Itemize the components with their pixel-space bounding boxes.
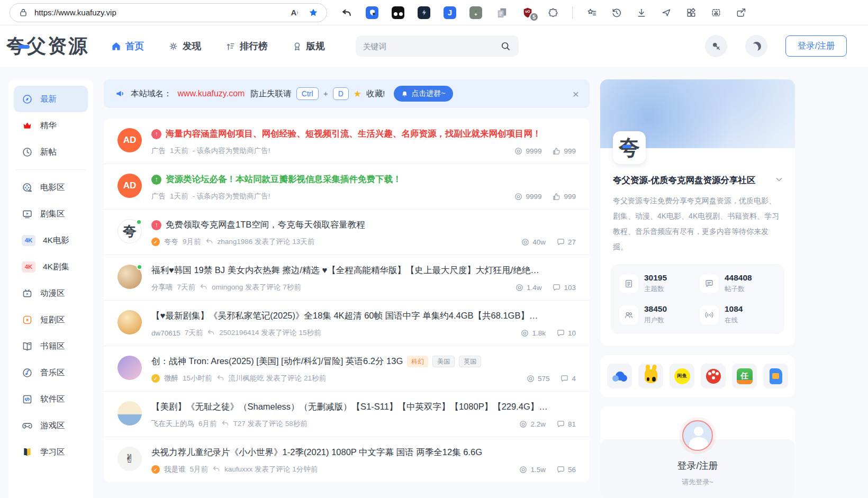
signal-icon	[700, 305, 719, 324]
dark-mode-button[interactable]	[745, 35, 767, 57]
sidebar-item-latest[interactable]: 最新	[14, 86, 88, 112]
last-reply: kaufuxxx 发表了评论 1分钟前	[224, 465, 318, 474]
address-bar[interactable]: https://www.kuafuzy.vip A	[10, 3, 327, 22]
sidebar-item-games[interactable]: 游戏区	[14, 412, 88, 439]
sidebar-item-music[interactable]: 音乐区	[14, 359, 88, 386]
chevron-down-icon[interactable]	[775, 175, 783, 186]
pinned-icon: ↑	[151, 129, 161, 139]
sidebar-item-4k-movies[interactable]: 4K 4K电影	[14, 227, 88, 253]
header-actions: 登录/注册	[705, 35, 863, 57]
share-icon[interactable]	[735, 7, 747, 19]
collections-icon[interactable]	[685, 7, 697, 19]
likes-counter: 999	[552, 192, 576, 201]
post-row[interactable]: 福利♥韩国 19禁 BJ 美女内衣热舞 擦边/精选 ♥【全程高能精华版】【史上最…	[104, 255, 590, 301]
avatar-placeholder[interactable]	[682, 420, 713, 451]
tag-scifi[interactable]: 科幻	[407, 356, 428, 367]
announcement-middle: 防止失联请	[250, 88, 292, 99]
post-row[interactable]: AD ↑ 海量内容涵盖网创项目、网创经验、短视频引流、生活兴趣、名师资源，找副业…	[104, 119, 590, 164]
post-author: dw70615	[151, 329, 180, 337]
views-counter: 1.4w	[515, 283, 542, 292]
post-author: 广告	[151, 192, 166, 201]
url-text[interactable]: https://www.kuafuzy.vip	[34, 8, 285, 17]
search-icon[interactable]	[500, 40, 511, 52]
shield-extension-icon[interactable]	[366, 6, 378, 19]
sidebar-item-study[interactable]: 学习区	[14, 439, 88, 465]
yellow-mascot-icon[interactable]	[638, 364, 663, 388]
left-sidebar: 最新 精华 新帖 电影区 剧集区 4K 4K电影 4K 4K剧集 动漫区	[8, 79, 93, 498]
leaf-extension-icon[interactable]	[469, 6, 482, 19]
post-row[interactable]: 夸 ↑ 免费领取夸克网盘1TB空间，夸克每天领取容量教程 ✓ 夸夸 9月前 zh…	[104, 210, 590, 255]
post-row[interactable]: ✌ 央视力荐儿童纪录片《小小世界》1-2季(2021) 1080P 中文字幕 国…	[104, 437, 590, 482]
sidebar-item-movies[interactable]: 电影区	[14, 174, 88, 201]
search-box[interactable]	[356, 35, 519, 57]
renwu-icon[interactable]: 任	[732, 364, 757, 388]
sidebar-divider	[16, 169, 86, 170]
quark-cloud-icon[interactable]	[607, 364, 632, 388]
post-title[interactable]: 资源类论坛必备！本站同款豆瓣影视信息采集插件免费下载！	[166, 174, 402, 185]
send-icon[interactable]	[661, 7, 672, 19]
lock-icon[interactable]	[17, 7, 29, 19]
post-author: 微醉	[164, 374, 178, 383]
post-title[interactable]: 免费领取夸克网盘1TB空间，夸克每天领取容量教程	[166, 219, 365, 231]
post-row[interactable]: 【♥最新剧集】《吴邪私家笔记(2025)》全18集 4K超清 60帧 国语中字 …	[104, 301, 590, 346]
nav-rules[interactable]: 版规	[292, 40, 325, 52]
key-button[interactable]	[705, 35, 727, 57]
close-icon[interactable]: ×	[573, 88, 579, 99]
tag-usa[interactable]: 美国	[432, 356, 455, 367]
post-title[interactable]: 福利♥韩国 19禁 BJ 美女内衣热舞 擦边/精选 ♥【全程高能精华版】【史上最…	[151, 265, 539, 276]
screenshot-icon[interactable]	[710, 7, 722, 19]
join-group-button[interactable]: 点击进群~	[394, 86, 453, 102]
movie-reel-icon[interactable]	[701, 364, 726, 388]
lightning-extension-icon[interactable]	[418, 6, 430, 19]
favorite-star-icon[interactable]	[308, 7, 319, 19]
home-icon	[111, 41, 121, 51]
collect-text: 收藏!	[366, 88, 385, 99]
login-register-button[interactable]: 登录/注册	[785, 35, 847, 57]
sim-card-icon[interactable]	[763, 364, 788, 388]
post-row[interactable]: 创：战神 Tron: Ares(2025) [美国] [动作/科幻/冒险] 英语…	[104, 346, 590, 392]
site-domain-link[interactable]: www.kuafuzy.com	[178, 89, 245, 98]
post-title[interactable]: 央视力荐儿童纪录片《小小世界》1-2季(2021) 1080P 中文字幕 国语 …	[151, 447, 482, 458]
login-register-link[interactable]: 登录/注册	[600, 459, 795, 472]
site-logo[interactable]: 夸父资源	[4, 33, 89, 59]
search-input[interactable]	[363, 42, 500, 51]
favorites-icon[interactable]	[586, 7, 598, 19]
post-row[interactable]: 【美剧】《无耻之徒》（Shameless）（无删减版）【S1-S11】【中英双字…	[104, 392, 590, 437]
post-row[interactable]: AD ↑ 资源类论坛必备！本站同款豆瓣影视信息采集插件免费下载！ 广告 1天前 …	[104, 164, 590, 210]
sidebar-item-new-posts[interactable]: 新帖	[14, 139, 88, 165]
sidebar-item-short-drama[interactable]: 短剧区	[14, 306, 88, 333]
ad-avatar: AD	[117, 128, 142, 152]
profile-description: 夸父资源专注免费分享夸克网盘资源，优质电影、剧集、动漫、4K电影、4K电视剧、书…	[600, 186, 795, 255]
post-title[interactable]: 海量内容涵盖网创项目、网创经验、短视频引流、生活兴趣、名师资源，找副业就来网创项…	[166, 128, 541, 140]
post-title[interactable]: 创：战神 Tron: Ares(2025) [美国] [动作/科幻/冒险] 英语…	[151, 356, 403, 367]
read-aloud-icon[interactable]: A	[291, 7, 302, 19]
undo-extension-icon[interactable]	[341, 7, 352, 19]
history-icon[interactable]	[611, 7, 622, 19]
downloads-icon[interactable]	[636, 7, 647, 19]
tag-uk[interactable]: 英国	[459, 356, 481, 367]
last-reply: zhang1986 发表了评论 13天前	[218, 237, 315, 247]
copy-extension-icon[interactable]	[495, 6, 508, 19]
nav-ranking[interactable]: 排行榜	[225, 40, 268, 52]
nav-home[interactable]: 首页	[111, 40, 144, 52]
sidebar-item-software[interactable]: 软件区	[14, 386, 88, 412]
announcement-prefix: 本站域名：	[131, 88, 172, 99]
sidebar-item-books[interactable]: 书籍区	[14, 333, 88, 359]
sidebar-item-featured[interactable]: 精华	[14, 112, 88, 139]
xianyu-icon[interactable]: 闲鱼	[670, 364, 694, 388]
online-dot	[136, 219, 142, 225]
likes-counter: 999	[552, 147, 576, 156]
j-extension-icon[interactable]: J	[444, 6, 456, 19]
sidebar-item-anime[interactable]: 动漫区	[14, 280, 88, 306]
extensions-puzzle-icon[interactable]	[547, 7, 559, 19]
logo-accent	[18, 45, 30, 49]
last-reply: 流川枫能吃 发表了评论 21秒前	[229, 374, 327, 383]
user-avatar	[117, 356, 142, 380]
nav-discover[interactable]: 发现	[168, 40, 201, 52]
post-title[interactable]: 【美剧】《无耻之徒》（Shameless）（无删减版）【S1-S11】【中英双字…	[151, 401, 548, 413]
dots-extension-icon[interactable]	[392, 6, 404, 19]
sidebar-item-4k-series[interactable]: 4K 4K剧集	[14, 253, 88, 280]
post-title[interactable]: 【♥最新剧集】《吴邪私家笔记(2025)》全18集 4K超清 60帧 国语中字 …	[151, 310, 538, 322]
ublock-extension-icon[interactable]: uO 5	[521, 6, 534, 19]
sidebar-item-series[interactable]: 剧集区	[14, 201, 88, 227]
